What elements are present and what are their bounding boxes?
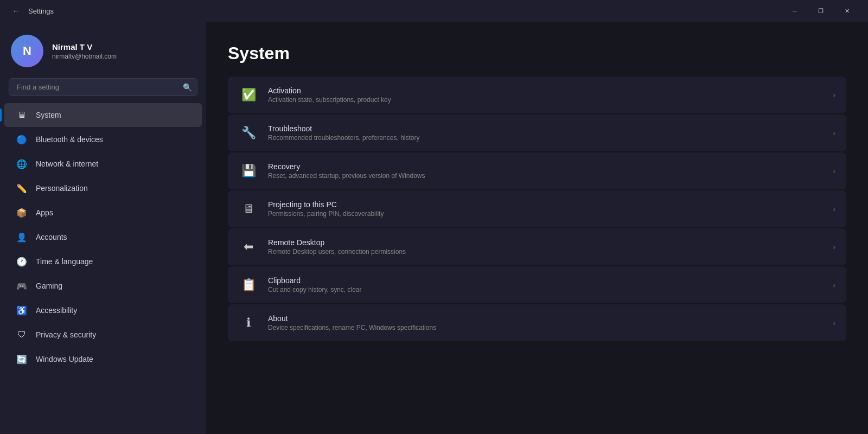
settings-item-activation[interactable]: ✅ActivationActivation state, subscriptio… [228, 76, 846, 113]
sidebar-item-privacy[interactable]: 🛡Privacy & security [4, 323, 202, 347]
nav-icon-personalization: ✏️ [15, 182, 28, 195]
user-email: nirmaltv@hotmail.com [52, 53, 117, 60]
sidebar-item-network[interactable]: 🌐Network & internet [4, 152, 202, 176]
settings-title-troubleshoot: Troubleshoot [268, 124, 823, 133]
settings-desc-recovery: Reset, advanced startup, previous versio… [268, 172, 823, 180]
sidebar-nav: 🖥System🔵Bluetooth & devices🌐Network & in… [0, 103, 206, 372]
settings-item-about[interactable]: ℹAboutDevice specifications, rename PC, … [228, 304, 846, 341]
nav-label-personalization: Personalization [36, 184, 88, 193]
user-section[interactable]: N Nirmal T V nirmaltv@hotmail.com [0, 22, 206, 78]
search-icon: 🔍 [183, 83, 192, 92]
sidebar-item-accounts[interactable]: 👤Accounts [4, 225, 202, 249]
settings-desc-clipboard: Cut and copy history, sync, clear [268, 286, 823, 293]
settings-item-clipboard[interactable]: 📋ClipboardCut and copy history, sync, cl… [228, 266, 846, 303]
main-layout: N Nirmal T V nirmaltv@hotmail.com 🔍 🖥Sys… [0, 22, 868, 434]
search-input[interactable] [9, 78, 197, 96]
nav-icon-gaming: 🎮 [15, 279, 28, 292]
nav-icon-network: 🌐 [15, 157, 28, 170]
settings-desc-projecting: Permissions, pairing PIN, discoverabilit… [268, 210, 823, 218]
sidebar-item-system[interactable]: 🖥System [4, 103, 202, 127]
settings-desc-troubleshoot: Recommended troubleshooters, preferences… [268, 134, 823, 142]
settings-title-projecting: Projecting to this PC [268, 200, 823, 209]
sidebar-item-apps[interactable]: 📦Apps [4, 201, 202, 225]
close-button[interactable]: ✕ [834, 2, 859, 20]
restore-button[interactable]: ❐ [808, 2, 833, 20]
settings-title-remote-desktop: Remote Desktop [268, 238, 823, 247]
settings-text-activation: ActivationActivation state, subscription… [268, 86, 823, 104]
window-controls: ─ ❐ ✕ [782, 2, 859, 20]
settings-icon-troubleshoot: 🔧 [239, 123, 258, 143]
chevron-icon-about: › [833, 318, 835, 327]
settings-desc-remote-desktop: Remote Desktop users, connection permiss… [268, 248, 823, 256]
settings-item-projecting[interactable]: 🖥Projecting to this PCPermissions, pairi… [228, 190, 846, 227]
chevron-icon-remote-desktop: › [833, 242, 835, 251]
app-title: Settings [28, 7, 782, 15]
nav-label-accessibility: Accessibility [36, 306, 77, 315]
sidebar-item-gaming[interactable]: 🎮Gaming [4, 274, 202, 298]
nav-icon-apps: 📦 [15, 206, 28, 219]
title-bar: ← Settings ─ ❐ ✕ [0, 0, 868, 22]
nav-icon-time: 🕐 [15, 255, 28, 268]
user-info: Nirmal T V nirmaltv@hotmail.com [52, 42, 117, 60]
settings-item-remote-desktop[interactable]: ⬅Remote DesktopRemote Desktop users, con… [228, 228, 846, 265]
nav-icon-accounts: 👤 [15, 231, 28, 244]
nav-icon-update: 🔄 [15, 353, 28, 366]
settings-icon-about: ℹ [239, 313, 258, 333]
chevron-icon-clipboard: › [833, 280, 835, 289]
nav-label-update: Windows Update [36, 355, 93, 363]
nav-icon-accessibility: ♿ [15, 304, 28, 317]
settings-text-remote-desktop: Remote DesktopRemote Desktop users, conn… [268, 238, 823, 256]
nav-label-bluetooth: Bluetooth & devices [36, 135, 103, 144]
content-area: System ✅ActivationActivation state, subs… [206, 22, 868, 434]
nav-label-privacy: Privacy & security [36, 330, 96, 339]
settings-icon-remote-desktop: ⬅ [239, 237, 258, 257]
nav-label-apps: Apps [36, 208, 53, 217]
nav-icon-system: 🖥 [15, 108, 28, 122]
nav-label-accounts: Accounts [36, 233, 67, 241]
sidebar-item-bluetooth[interactable]: 🔵Bluetooth & devices [4, 127, 202, 151]
settings-text-clipboard: ClipboardCut and copy history, sync, cle… [268, 276, 823, 293]
nav-icon-bluetooth: 🔵 [15, 133, 28, 146]
nav-label-time: Time & language [36, 257, 93, 266]
settings-desc-activation: Activation state, subscriptions, product… [268, 96, 823, 104]
nav-label-system: System [36, 111, 61, 119]
sidebar-item-accessibility[interactable]: ♿Accessibility [4, 298, 202, 322]
sidebar: N Nirmal T V nirmaltv@hotmail.com 🔍 🖥Sys… [0, 22, 206, 434]
settings-text-troubleshoot: TroubleshootRecommended troubleshooters,… [268, 124, 823, 142]
chevron-icon-activation: › [833, 91, 835, 99]
settings-desc-about: Device specifications, rename PC, Window… [268, 324, 823, 331]
settings-item-recovery[interactable]: 💾RecoveryReset, advanced startup, previo… [228, 152, 846, 189]
settings-icon-clipboard: 📋 [239, 275, 258, 295]
sidebar-item-time[interactable]: 🕐Time & language [4, 250, 202, 273]
settings-icon-activation: ✅ [239, 85, 258, 105]
avatar: N [11, 35, 43, 67]
settings-title-clipboard: Clipboard [268, 276, 823, 285]
minimize-button[interactable]: ─ [782, 2, 807, 20]
settings-title-recovery: Recovery [268, 162, 823, 171]
page-title: System [228, 43, 846, 63]
settings-text-about: AboutDevice specifications, rename PC, W… [268, 314, 823, 331]
settings-item-troubleshoot[interactable]: 🔧TroubleshootRecommended troubleshooters… [228, 114, 846, 151]
sidebar-item-update[interactable]: 🔄Windows Update [4, 347, 202, 371]
settings-title-activation: Activation [268, 86, 823, 95]
settings-icon-recovery: 💾 [239, 161, 258, 181]
nav-label-gaming: Gaming [36, 282, 62, 290]
chevron-icon-recovery: › [833, 167, 835, 175]
settings-list: ✅ActivationActivation state, subscriptio… [228, 76, 846, 341]
chevron-icon-troubleshoot: › [833, 129, 835, 137]
settings-text-recovery: RecoveryReset, advanced startup, previou… [268, 162, 823, 180]
search-box: 🔍 [9, 78, 197, 96]
sidebar-item-personalization[interactable]: ✏️Personalization [4, 176, 202, 200]
chevron-icon-projecting: › [833, 205, 835, 213]
back-button[interactable]: ← [9, 3, 24, 18]
user-name: Nirmal T V [52, 42, 117, 52]
nav-label-network: Network & internet [36, 159, 98, 168]
settings-icon-projecting: 🖥 [239, 199, 258, 219]
settings-text-projecting: Projecting to this PCPermissions, pairin… [268, 200, 823, 218]
settings-title-about: About [268, 314, 823, 323]
nav-icon-privacy: 🛡 [15, 328, 28, 341]
